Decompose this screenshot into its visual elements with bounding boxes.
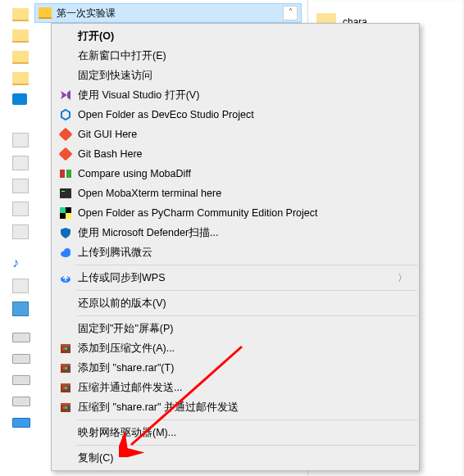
submenu-arrow-icon: 〉 [398,271,407,285]
app-icon [12,179,29,193]
svg-rect-27 [65,387,67,389]
svg-rect-7 [61,191,65,192]
menu-label: 复制(C) [75,451,407,465]
svg-rect-2 [59,128,72,141]
drive-icon [12,375,30,385]
menu-label: 添加到压缩文件(A)... [75,342,407,356]
app-icon [12,301,29,316]
folder-icon [39,7,52,19]
menu-add-archive[interactable]: 添加到压缩文件(A)... [52,338,419,358]
drive-icon [12,354,30,364]
drive-icon [12,418,30,428]
separator [76,419,417,420]
app-icon [12,156,29,170]
menu-compress-email[interactable]: 压缩并通过邮件发送... [52,378,419,397]
svg-rect-33 [67,406,70,409]
menu-open-new-window[interactable]: 在新窗口中打开(E) [52,46,419,66]
menu-label: 固定到快速访问 [75,69,407,83]
winrar-icon [57,361,75,374]
menu-git-gui[interactable]: Git GUI Here [52,125,419,144]
menu-label: 添加到 "share.rar"(T) [75,361,407,375]
folder-icon [12,51,29,64]
app-icon [12,224,29,239]
svg-rect-31 [62,406,65,409]
selected-folder-item[interactable]: 第一次实验课 ˄ [34,3,302,23]
menu-label: 上传或同步到WPS [75,271,398,285]
folder-icon [12,8,29,21]
menu-pin-start[interactable]: 固定到"开始"屏幕(P) [52,319,419,338]
svg-rect-23 [67,367,70,369]
shield-icon [57,226,75,239]
svg-rect-26 [62,387,65,389]
svg-rect-32 [65,406,67,409]
cloud-icon [57,246,75,259]
svg-rect-15 [61,344,71,347]
svg-rect-20 [61,364,71,366]
menu-label: 上传到腾讯微云 [75,246,407,260]
svg-rect-10 [66,213,71,219]
svg-point-12 [64,248,71,255]
menu-label: 在新窗口中打开(E) [75,49,407,63]
menu-label: 使用 Visual Studio 打开(V) [75,88,407,102]
menu-git-bash[interactable]: Git Bash Here [52,144,419,164]
menu-visual-studio[interactable]: 使用 Visual Studio 打开(V) [52,85,419,105]
winrar-icon [57,342,75,355]
svg-marker-0 [61,91,67,99]
music-icon: ♪ [12,256,33,270]
svg-rect-6 [60,188,71,198]
menu-label: 固定到"开始"屏幕(P) [75,322,407,336]
deveco-icon [57,108,75,121]
separator [76,290,417,291]
separator [76,445,417,446]
menu-mobadiff[interactable]: Compare using MobaDiff [52,164,419,184]
visual-studio-icon [57,88,75,102]
folder-icon [12,72,29,85]
menu-previous-versions[interactable]: 还原以前的版本(V) [52,293,419,313]
menu-mobaxterm[interactable]: Open MobaXterm terminal here [52,184,419,203]
svg-rect-30 [61,403,71,406]
menu-wps-sync[interactable]: 上传或同步到WPS 〉 [52,268,419,288]
menu-label: Git Bash Here [75,148,407,160]
menu-pin-quick-access[interactable]: 固定到快速访问 [52,66,419,85]
svg-rect-9 [60,207,66,213]
separator [76,315,417,316]
left-icon-strip: ♪ [12,8,33,439]
svg-rect-21 [62,367,65,369]
menu-label: 打开(O) [75,29,407,43]
svg-rect-5 [66,170,71,178]
menu-label: 压缩到 "share.rar" 并通过邮件发送 [75,401,407,415]
wps-cloud-icon [57,271,75,284]
winrar-icon [57,401,75,414]
svg-rect-3 [59,147,72,161]
pycharm-icon [57,206,75,220]
menu-add-share-rar[interactable]: 添加到 "share.rar"(T) [52,358,419,378]
menu-deveco[interactable]: Open Folder as DevEco Studio Project [52,105,419,125]
menu-copy[interactable]: 复制(C) [52,448,419,468]
context-menu: 打开(O) 在新窗口中打开(E) 固定到快速访问 使用 Visual Studi… [51,23,420,471]
menu-label: Compare using MobaDiff [75,168,407,179]
svg-rect-28 [67,387,70,389]
menu-open[interactable]: 打开(O) [52,26,419,46]
winrar-icon [57,381,75,394]
menu-label: Open Folder as PyCharm Community Edition… [75,207,407,219]
svg-rect-18 [67,347,70,350]
app-icon [12,202,29,216]
mobaxterm-icon [57,187,75,200]
onedrive-icon [12,93,27,105]
menu-defender[interactable]: 使用 Microsoft Defender扫描... [52,223,419,243]
collapse-up-button[interactable]: ˄ [283,6,298,20]
svg-rect-17 [65,347,67,350]
menu-label: 压缩并通过邮件发送... [75,381,407,395]
mobadiff-icon [57,167,75,180]
menu-pycharm[interactable]: Open Folder as PyCharm Community Edition… [52,203,419,223]
menu-label: 还原以前的版本(V) [75,297,407,311]
menu-tencent-cloud[interactable]: 上传到腾讯微云 [52,243,419,262]
git-icon [57,147,75,161]
menu-compress-share-email[interactable]: 压缩到 "share.rar" 并通过邮件发送 [52,397,419,417]
menu-label: Git GUI Here [75,129,407,140]
menu-label: Open MobaXterm terminal here [75,188,407,199]
app-icon [12,279,29,293]
separator [76,265,417,265]
svg-rect-16 [62,347,65,350]
menu-map-network-drive[interactable]: 映射网络驱动器(M)... [52,423,419,442]
